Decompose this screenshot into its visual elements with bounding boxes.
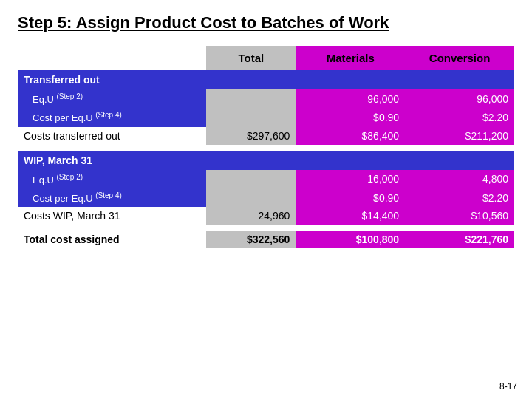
materials-cell: $0.90 xyxy=(296,188,405,207)
data-row-0-2: Costs transferred out $297,600 $86,400 $… xyxy=(18,127,514,145)
sub-label-cell: Eq.U (Step 2) xyxy=(18,89,206,108)
conversion-cell: $211,200 xyxy=(405,127,514,145)
col-materials-header: Materials xyxy=(296,46,405,70)
materials-cell: 16,000 xyxy=(296,170,405,188)
conversion-cell: $2.20 xyxy=(405,188,514,207)
total-label: Total cost assigned xyxy=(18,231,206,248)
spacer-row xyxy=(18,225,514,231)
page-number: 8-17 xyxy=(499,381,517,392)
spacer-row xyxy=(18,145,514,151)
label-cell: Costs WIP, March 31 xyxy=(18,207,206,225)
section-label-text: WIP, March 31 xyxy=(18,151,514,170)
sub-label-row-0-1: Cost per Eq.U (Step 4) $0.90 $2.20 xyxy=(18,108,514,126)
label-cell: Costs transferred out xyxy=(18,127,206,145)
total-conversion: $221,760 xyxy=(405,231,514,248)
section-label-0: Transferred out xyxy=(18,70,514,89)
conversion-cell: 96,000 xyxy=(405,89,514,108)
sub-label-cell: Cost per Eq.U (Step 4) xyxy=(18,188,206,207)
total-cost-row: Total cost assigned $322,560 $100,800 $2… xyxy=(18,231,514,248)
total-cell: $297,600 xyxy=(206,127,296,145)
page: Step 5: Assign Product Cost to Batches o… xyxy=(0,0,532,262)
header-row: Total Materials Conversion xyxy=(18,46,514,70)
total-cell xyxy=(206,170,296,188)
section-label-1: WIP, March 31 xyxy=(18,151,514,170)
total-total: $322,560 xyxy=(206,231,296,248)
total-materials: $100,800 xyxy=(296,231,405,248)
col-label-header xyxy=(18,46,206,70)
data-row-1-2: Costs WIP, March 31 24,960 $14,400 $10,5… xyxy=(18,207,514,225)
sub-label-cell: Eq.U (Step 2) xyxy=(18,170,206,188)
materials-cell: $0.90 xyxy=(296,108,405,126)
conversion-cell: $2.20 xyxy=(405,108,514,126)
sub-label-cell: Cost per Eq.U (Step 4) xyxy=(18,108,206,126)
sub-label-row-0-0: Eq.U (Step 2) 96,000 96,000 xyxy=(18,89,514,108)
main-table: Total Materials Conversion Transferred o… xyxy=(18,46,514,248)
page-title: Step 5: Assign Product Cost to Batches o… xyxy=(18,13,514,33)
sub-label-row-1-1: Cost per Eq.U (Step 4) $0.90 $2.20 xyxy=(18,188,514,207)
section-label-text: Transferred out xyxy=(18,70,514,89)
materials-cell: $86,400 xyxy=(296,127,405,145)
materials-cell: 96,000 xyxy=(296,89,405,108)
total-cell xyxy=(206,108,296,126)
conversion-cell: 4,800 xyxy=(405,170,514,188)
col-total-header: Total xyxy=(206,46,296,70)
sub-label-row-1-0: Eq.U (Step 2) 16,000 4,800 xyxy=(18,170,514,188)
conversion-cell: $10,560 xyxy=(405,207,514,225)
total-cell xyxy=(206,89,296,108)
col-conversion-header: Conversion xyxy=(405,46,514,70)
total-cell: 24,960 xyxy=(206,207,296,225)
total-cell xyxy=(206,188,296,207)
table-wrapper: Total Materials Conversion Transferred o… xyxy=(18,46,514,248)
materials-cell: $14,400 xyxy=(296,207,405,225)
